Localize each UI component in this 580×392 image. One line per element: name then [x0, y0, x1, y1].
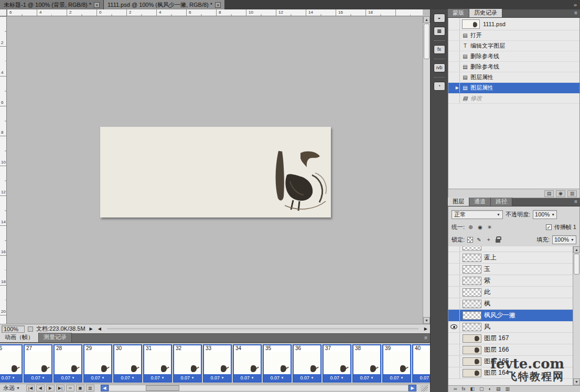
- layer-visibility-toggle[interactable]: [448, 246, 460, 252]
- unify-visibility-icon[interactable]: ◉: [477, 224, 484, 230]
- frame-delay-select[interactable]: 0.07 ▼: [55, 374, 81, 382]
- notes-icon[interactable]: ıvb: [434, 63, 445, 72]
- history-brush-well[interactable]: [448, 30, 460, 40]
- layer-visibility-toggle[interactable]: [448, 344, 460, 355]
- animation-frame[interactable]: 260.07 ▼: [0, 344, 23, 383]
- scroll-up-icon[interactable]: ▲: [573, 246, 580, 253]
- animation-frame[interactable]: 300.07 ▼: [113, 344, 142, 383]
- history-panel-menu-icon[interactable]: ≡: [572, 9, 580, 17]
- canvas-scroll-right-icon[interactable]: ▶: [423, 326, 428, 331]
- animation-frame[interactable]: 270.07 ▼: [24, 344, 52, 383]
- frame-delay-select[interactable]: 0.07 ▼: [0, 374, 22, 382]
- layer-row[interactable]: 图层 166: [448, 344, 573, 356]
- layer-visibility-toggle[interactable]: [448, 310, 460, 321]
- layer-visibility-toggle[interactable]: [448, 321, 460, 332]
- animation-frame[interactable]: 280.07 ▼: [53, 344, 82, 383]
- fill-field[interactable]: 100% ▼: [552, 235, 576, 244]
- frames-scrollbar-track[interactable]: [109, 385, 409, 391]
- scroll-up-icon[interactable]: ▲: [423, 16, 430, 23]
- animation-frame[interactable]: 340.07 ▼: [233, 344, 262, 383]
- frame-delay-select[interactable]: 0.07 ▼: [114, 374, 141, 382]
- layer-row[interactable]: 此: [448, 287, 573, 298]
- layer-visibility-toggle[interactable]: [448, 252, 460, 263]
- canvas-horizontal-scrollbar[interactable]: [107, 328, 418, 330]
- layer-row[interactable]: [448, 246, 573, 252]
- frames-scrollbar-thumb[interactable]: [146, 385, 179, 391]
- play-button[interactable]: ▶: [46, 385, 55, 391]
- lock-all-icon[interactable]: [496, 239, 500, 243]
- animation-frame[interactable]: 380.07 ▼: [352, 344, 381, 383]
- history-brush-well[interactable]: [448, 93, 460, 103]
- close-tab-icon[interactable]: ×: [215, 2, 221, 8]
- history-item[interactable]: T编辑文字图层: [448, 41, 579, 51]
- history-brush-well[interactable]: [448, 41, 460, 51]
- canvas-area[interactable]: [7, 16, 423, 324]
- frame-delay-select[interactable]: 0.07 ▼: [353, 374, 380, 382]
- lock-paint-icon[interactable]: ✎: [476, 237, 482, 243]
- animation-frame[interactable]: 320.07 ▼: [173, 344, 202, 383]
- history-item[interactable]: ▤删除参考线: [448, 51, 579, 62]
- animation-frame[interactable]: 400.07 ▼: [412, 344, 430, 383]
- animation-frame[interactable]: 390.07 ▼: [382, 344, 411, 383]
- history-tab[interactable]: 蒙版: [448, 9, 469, 17]
- layer-visibility-toggle[interactable]: [448, 264, 460, 275]
- history-brush-well[interactable]: [448, 62, 460, 72]
- previous-frame-button[interactable]: ◀: [36, 385, 45, 391]
- animation-frame[interactable]: 290.07 ▼: [83, 344, 112, 383]
- history-item[interactable]: ▶▤图层属性: [448, 83, 579, 93]
- animation-frame[interactable]: 330.07 ▼: [203, 344, 232, 383]
- document-tab[interactable]: 1111.psd @ 100% (枫风少一撇, RGB/8) *×: [104, 0, 225, 9]
- animation-frame[interactable]: 310.07 ▼: [143, 344, 172, 383]
- frames-scroll-right-icon[interactable]: ▶: [409, 385, 416, 391]
- layer-row[interactable]: 紫: [448, 275, 573, 287]
- scroll-down-icon[interactable]: ▼: [423, 317, 430, 324]
- layer-visibility-toggle[interactable]: [448, 275, 460, 286]
- layers-panel-menu-icon[interactable]: ≡: [572, 198, 580, 206]
- next-frame-button[interactable]: ▶|: [56, 385, 65, 391]
- frames-horizontal-scrollbar[interactable]: ◀ ▶: [101, 385, 416, 391]
- history-tab[interactable]: 历史记录: [469, 9, 502, 17]
- history-snapshot-row[interactable]: 1111.psd: [448, 18, 579, 30]
- gradient-circle-icon[interactable]: ◔: [434, 82, 445, 91]
- layer-row[interactable]: 枫: [448, 298, 573, 310]
- frame-delay-select[interactable]: 0.07 ▼: [144, 374, 171, 382]
- layer-visibility-toggle[interactable]: [448, 298, 460, 309]
- lock-position-icon[interactable]: +: [485, 237, 492, 243]
- document-canvas[interactable]: [100, 127, 331, 217]
- animation-frame[interactable]: 370.07 ▼: [323, 344, 351, 383]
- delete-state-button[interactable]: ▥: [567, 190, 577, 197]
- frame-delay-select[interactable]: 0.07 ▼: [324, 374, 350, 382]
- swatches-icon[interactable]: ▦: [434, 27, 445, 36]
- lock-transparency-icon[interactable]: [467, 237, 473, 243]
- status-info-menu-button[interactable]: ▶: [89, 326, 94, 331]
- first-frame-button[interactable]: |◀: [26, 385, 35, 391]
- unify-position-icon[interactable]: ⊕: [467, 224, 474, 230]
- collapse-dock-chevron-icon[interactable]: »: [574, 2, 577, 8]
- history-brush-well[interactable]: [448, 51, 460, 61]
- frame-delay-select[interactable]: 0.07 ▼: [413, 374, 430, 382]
- animation-tab[interactable]: 动画（帧）: [0, 333, 39, 342]
- styles-fx-icon[interactable]: fx: [434, 45, 445, 54]
- layer-mask-icon[interactable]: ◧: [470, 386, 475, 392]
- animation-frame[interactable]: 360.07 ▼: [293, 344, 321, 383]
- layer-style-icon[interactable]: fx: [461, 386, 465, 392]
- frame-delay-select[interactable]: 0.07 ▼: [204, 374, 231, 382]
- layer-visibility-toggle[interactable]: [448, 356, 460, 367]
- layers-tab[interactable]: 通道: [469, 198, 491, 206]
- frame-delay-select[interactable]: 0.07 ▼: [294, 374, 320, 382]
- frames-scroll-left-icon[interactable]: ◀: [101, 385, 109, 391]
- frame-delay-select[interactable]: 0.07 ▼: [234, 374, 261, 382]
- layers-scrollbar[interactable]: ▲ ▼: [573, 246, 580, 385]
- frame-delay-select[interactable]: 0.07 ▼: [174, 374, 201, 382]
- panel-resize-grip[interactable]: [421, 385, 428, 391]
- close-tab-icon[interactable]: ×: [94, 2, 100, 8]
- duplicate-frame-button[interactable]: ▣: [76, 385, 84, 391]
- animation-frame[interactable]: 350.07 ▼: [263, 344, 292, 383]
- new-snapshot-button[interactable]: ◉: [556, 190, 565, 197]
- history-item[interactable]: ▤删除参考线: [448, 62, 579, 72]
- unify-style-icon[interactable]: ✳: [486, 224, 493, 230]
- blend-mode-select[interactable]: 正常 ▼: [452, 210, 503, 219]
- layers-tab[interactable]: 图层: [448, 198, 469, 206]
- new-group-icon[interactable]: ▢: [479, 386, 484, 392]
- document-tab[interactable]: 未标题-1 @ 100% (背景, RGB/8) *×: [0, 0, 104, 9]
